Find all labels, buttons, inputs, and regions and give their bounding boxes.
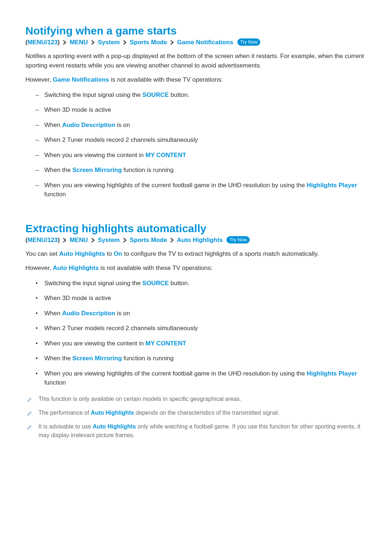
chevron-icon: [63, 237, 66, 244]
text: button.: [169, 91, 189, 98]
text: When you are viewing the content in: [44, 152, 146, 159]
section-title-notifying: Notifying when a game starts: [25, 25, 367, 37]
section-title-extracting: Extracting highlights automatically: [25, 222, 367, 235]
section1-para2: However, Game Notifications is not avail…: [25, 75, 367, 85]
chevron-icon: [123, 39, 127, 46]
text: function is running: [122, 167, 174, 173]
text: It is advisable to use: [38, 423, 93, 430]
list-item: Switching the input signal using the SOU…: [36, 279, 367, 288]
list-item: When Audio Description is on: [36, 120, 367, 130]
chevron-icon: [91, 39, 95, 46]
breadcrumb-system[interactable]: System: [98, 237, 119, 243]
breadcrumb-game-notifications[interactable]: Game Notifications: [177, 39, 233, 46]
chevron-icon: [170, 237, 174, 244]
highlight-on: On: [114, 250, 122, 257]
text: When the: [44, 355, 73, 362]
list-item: When you are viewing the content in MY C…: [36, 339, 367, 348]
try-now-button[interactable]: Try Now: [226, 236, 250, 243]
chevron-icon: [170, 39, 174, 46]
text: depends on the characteristics of the tr…: [134, 410, 279, 416]
notes-list: This function is only available on certa…: [25, 395, 367, 440]
highlight-highlights-player: Highlights Player: [307, 182, 357, 189]
text: is on: [115, 122, 130, 128]
note-item: It is advisable to use Auto Highlights o…: [25, 422, 367, 440]
chevron-icon: [63, 39, 66, 46]
breadcrumb-menu123[interactable]: MENU/123: [28, 237, 58, 243]
text: to configure the TV to extract highlight…: [122, 250, 319, 257]
text: Switching the input signal using the: [44, 91, 142, 98]
breadcrumb-menu[interactable]: MENU: [70, 39, 88, 46]
list-item: When 3D mode is active: [36, 105, 367, 115]
text: button.: [169, 280, 189, 287]
highlight-audio-description: Audio Description: [62, 122, 115, 128]
highlight-my-content: MY CONTENT: [146, 340, 186, 347]
text: function is running: [122, 355, 174, 362]
note-item: This function is only available on certa…: [25, 395, 367, 403]
note-item: The performance of Auto Highlights depen…: [25, 409, 367, 417]
pencil-icon: [27, 410, 32, 415]
text: When the: [44, 167, 73, 173]
list-item: When 3D mode is active: [36, 294, 367, 303]
text: The performance of: [38, 410, 91, 416]
highlight-source: SOURCE: [142, 280, 169, 287]
breadcrumb-menu123[interactable]: MENU/123: [28, 39, 58, 46]
list-item: When you are viewing highlights of the c…: [36, 181, 367, 199]
breadcrumb-menu[interactable]: MENU: [70, 237, 88, 243]
try-now-button[interactable]: Try Now: [237, 38, 261, 46]
list-item: When you are viewing highlights of the c…: [36, 369, 367, 387]
text: However,: [25, 76, 53, 83]
highlight-screen-mirroring: Screen Mirroring: [73, 355, 122, 362]
section2-para1: You can set Auto Highlights to On to con…: [25, 249, 367, 259]
section1-list: Switching the input signal using the SOU…: [25, 90, 367, 199]
chevron-icon: [123, 237, 127, 244]
text: When: [44, 310, 62, 317]
text: However,: [25, 264, 53, 271]
breadcrumb-sports-mode[interactable]: Sports Mode: [130, 39, 167, 46]
paren-close: ): [58, 237, 60, 243]
highlight-auto-highlights: Auto Highlights: [53, 264, 99, 271]
text: Switching the input signal using the: [44, 280, 142, 287]
breadcrumb-sports-mode[interactable]: Sports Mode: [130, 237, 167, 243]
note-text: This function is only available on certa…: [38, 396, 241, 402]
highlight-highlights-player: Highlights Player: [307, 370, 357, 377]
list-item: When 2 Tuner models record 2 channels si…: [36, 324, 367, 333]
highlight-source: SOURCE: [142, 91, 169, 98]
list-item: When 2 Tuner models record 2 channels si…: [36, 135, 367, 145]
highlight-screen-mirroring: Screen Mirroring: [73, 167, 122, 173]
svg-line-0: [28, 401, 29, 401]
highlight-auto-highlights: Auto Highlights: [91, 410, 134, 416]
text: function: [44, 379, 66, 386]
breadcrumb-system[interactable]: System: [98, 39, 119, 46]
breadcrumb-notifying: (MENU/123) MENU System Sports Mode Game …: [25, 38, 367, 46]
section2-para2: However, Auto Highlights is not availabl…: [25, 263, 367, 273]
text: When you are viewing the content in: [44, 340, 146, 347]
section2-list: Switching the input signal using the SOU…: [25, 279, 367, 387]
text: is not available with these TV operation…: [109, 76, 223, 83]
highlight-my-content: MY CONTENT: [146, 152, 186, 159]
list-item: When you are viewing the content in MY C…: [36, 151, 367, 160]
breadcrumb-auto-highlights[interactable]: Auto Highlights: [177, 237, 223, 243]
svg-line-1: [28, 414, 29, 415]
chevron-icon: [91, 237, 95, 244]
text: is on: [115, 310, 130, 317]
svg-line-2: [28, 428, 29, 429]
text: is not available with these TV operation…: [99, 264, 212, 271]
list-item: Switching the input signal using the SOU…: [36, 90, 367, 100]
text: function: [44, 191, 66, 198]
list-item: When the Screen Mirroring function is ru…: [36, 165, 367, 175]
breadcrumb-extracting: (MENU/123) MENU System Sports Mode Auto …: [25, 236, 367, 244]
text: to: [105, 250, 114, 257]
text: You can set: [25, 250, 59, 257]
list-item: When the Screen Mirroring function is ru…: [36, 354, 367, 363]
highlight-game-notifications: Game Notifications: [53, 76, 109, 83]
text: When you are viewing highlights of the c…: [44, 182, 307, 189]
paren-close: ): [58, 39, 60, 46]
highlight-auto-highlights: Auto Highlights: [59, 250, 105, 257]
highlight-audio-description: Audio Description: [62, 310, 115, 317]
pencil-icon: [27, 396, 32, 401]
list-item: When Audio Description is on: [36, 309, 367, 318]
highlight-auto-highlights: Auto Highlights: [93, 423, 136, 430]
text: When: [44, 122, 62, 128]
pencil-icon: [27, 424, 32, 429]
text: When you are viewing highlights of the c…: [44, 370, 307, 377]
